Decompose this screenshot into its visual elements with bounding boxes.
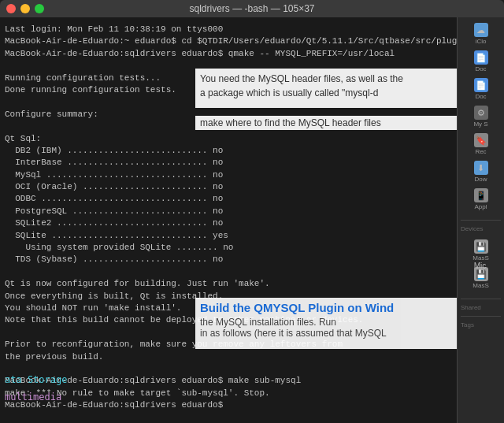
web-body2: in as follows (here it is assumed that M… bbox=[200, 328, 452, 339]
dow-icon: ⬇ bbox=[474, 161, 488, 175]
term-line-2: MacBook-Air-de-Eduardo:~ eduardo$ cd $QT… bbox=[5, 35, 452, 47]
sidebar-label-appl: Appl bbox=[474, 203, 487, 210]
term-line-11: DB2 (IBM) ........................... no bbox=[5, 145, 452, 157]
sidebar-label-rec: Rec bbox=[475, 148, 486, 155]
web-line-1: You need the MySQL header files, as well… bbox=[200, 73, 403, 84]
bottom-purple-text: multimedia bbox=[0, 388, 189, 406]
sidebar-top-section: ☁ iClo 📄 Doc 📄 Doc ⚙ My S 🔖 Rec ⬇ Dow bbox=[458, 17, 504, 217]
sidebar-label-doc1: Doc bbox=[475, 65, 486, 72]
term-line-19: Using system provided SQLite ........ no bbox=[5, 242, 452, 254]
sidebar-label-icloud: iClo bbox=[476, 38, 487, 45]
close-button[interactable] bbox=[6, 4, 16, 13]
sidebar-label-doc2: Doc bbox=[475, 93, 486, 100]
rec-icon: 🔖 bbox=[474, 133, 488, 147]
sidebar-devices-title: Devices bbox=[458, 224, 504, 234]
term-line-1: Last login: Mon Feb 11 10:38:19 on ttys0… bbox=[5, 24, 452, 35]
mass1-icon: 💾 bbox=[474, 239, 488, 254]
minimize-button[interactable] bbox=[20, 4, 30, 13]
sidebar-item-icloud[interactable]: ☁ iClo bbox=[461, 20, 501, 47]
sidebar-item-dow[interactable]: ⬇ Dow bbox=[461, 158, 501, 185]
title-bar: sqldrivers — -bash — 105×37 bbox=[0, 0, 504, 17]
web-body1: the MySQL installation files. Run bbox=[200, 317, 452, 328]
traffic-lights bbox=[6, 4, 44, 13]
window-title: sqldrivers — -bash — 105×37 bbox=[189, 3, 314, 14]
appl-icon: 📱 bbox=[474, 188, 488, 202]
sidebar-item-rec[interactable]: 🔖 Rec bbox=[461, 131, 501, 158]
mic-label-container: Mic bbox=[457, 258, 503, 272]
mys-icon: ⚙ bbox=[474, 106, 488, 120]
term-line-12: InterBase ........................... no bbox=[5, 157, 452, 169]
term-line-15: ODBC ................................ no bbox=[5, 193, 452, 205]
sidebar-label-mys: My S bbox=[473, 121, 487, 128]
term-line-16: PostgreSQL .......................... no bbox=[5, 206, 452, 217]
maximize-button[interactable] bbox=[35, 4, 44, 13]
web-overlay-mid: make where to find the MySQL header file… bbox=[195, 116, 457, 130]
web-overlay-top: You need the MySQL header files, as well… bbox=[195, 69, 457, 108]
sidebar-shared-title: Shared bbox=[458, 302, 504, 313]
web-overlay-heading: Build the QMYSQL Plugin on Wind the MySQ… bbox=[195, 298, 457, 349]
bottom-purple-bar: multimedia bbox=[0, 388, 189, 406]
doc2-icon: 📄 bbox=[474, 78, 488, 92]
sidebar-tags-title: Tags bbox=[458, 320, 504, 330]
sidebar-divider-2 bbox=[461, 299, 501, 299]
term-line-18: SQLite .............................. ye… bbox=[5, 230, 452, 242]
term-line-22: Qt is now configured for building. Just … bbox=[5, 278, 452, 290]
sidebar-label-dow: Dow bbox=[474, 176, 487, 183]
term-line-14: OCI (Oracle) ........................ no bbox=[5, 181, 452, 193]
sidebar-item-doc2[interactable]: 📄 Doc bbox=[461, 76, 501, 102]
sidebar-divider-3 bbox=[461, 316, 501, 317]
icloud-icon: ☁ bbox=[474, 23, 488, 37]
sidebar-item-appl[interactable]: 📱 Appl bbox=[461, 186, 501, 213]
term-line-21 bbox=[5, 266, 452, 278]
web-line-3: make where to find the MySQL header file… bbox=[200, 117, 381, 128]
sidebar: ☁ iClo 📄 Doc 📄 Doc ⚙ My S 🔖 Rec ⬇ Dow bbox=[457, 17, 504, 423]
term-line-28: the previous build. bbox=[5, 351, 452, 363]
term-line-17: SQLite2 ............................. no bbox=[5, 217, 452, 229]
bottom-cyan-text: ata Storage bbox=[0, 371, 189, 388]
bottom-cyan-bar: ata Storage bbox=[0, 371, 189, 388]
term-line-3: MacBook-Air-de-Eduardo:sqldrivers eduard… bbox=[5, 48, 452, 60]
term-line-10: Qt Sql: bbox=[5, 133, 452, 145]
sidebar-divider-1 bbox=[461, 220, 501, 221]
mic-label: Mic bbox=[474, 262, 487, 270]
sidebar-item-doc1[interactable]: 📄 Doc bbox=[461, 48, 501, 75]
term-line-13: MySql ............................... no bbox=[5, 169, 452, 181]
term-line-20: TDS (Sybase) ........................ no bbox=[5, 254, 452, 265]
web-heading: Build the QMYSQL Plugin on Wind bbox=[200, 301, 452, 314]
web-line-2: a package which is usually called "mysql… bbox=[200, 87, 378, 98]
sidebar-label-mass2: MasS bbox=[472, 282, 488, 289]
doc1-icon: 📄 bbox=[474, 50, 488, 65]
sidebar-item-mys[interactable]: ⚙ My S bbox=[461, 103, 501, 130]
